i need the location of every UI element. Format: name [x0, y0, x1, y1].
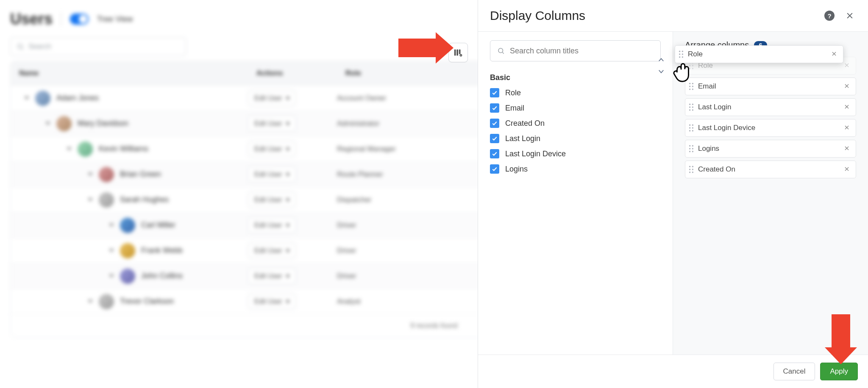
arrange-item-label: Created On [698, 165, 842, 174]
checkbox-label: Created On [505, 119, 545, 128]
checkbox-label: Logins [505, 165, 528, 174]
drag-handle-icon[interactable] [689, 145, 694, 152]
drag-handle-icon[interactable] [689, 166, 694, 173]
col-name: Name [11, 61, 248, 85]
user-role: Dispatcher [337, 196, 447, 204]
edit-user-button[interactable]: Edit User ▾ [248, 192, 296, 208]
column-checkbox-item[interactable]: Logins [490, 164, 661, 174]
svg-point-22 [692, 86, 693, 87]
edit-user-button[interactable]: Edit User ▾ [248, 141, 296, 157]
annotation-arrow-to-columns-button [398, 39, 437, 57]
svg-point-43 [689, 145, 690, 147]
user-name: Mary Davidson [78, 119, 128, 128]
expand-icon[interactable] [109, 274, 114, 277]
svg-point-39 [689, 130, 690, 131]
checkbox[interactable] [490, 119, 499, 128]
user-name: John Collins [141, 272, 183, 280]
drag-handle-icon[interactable] [679, 50, 684, 58]
edit-user-button[interactable]: Edit User ▾ [248, 166, 296, 182]
edit-user-button[interactable]: Edit User ▾ [248, 294, 296, 309]
remove-column-button[interactable] [842, 144, 851, 153]
expand-icon[interactable] [88, 300, 93, 303]
arrange-columns-pane: Arrange columns 6 Role Email Last Login … [673, 32, 868, 355]
svg-point-28 [692, 104, 693, 105]
remove-column-button[interactable] [842, 103, 851, 112]
checkbox[interactable] [490, 164, 499, 174]
expand-icon[interactable] [88, 173, 93, 176]
arrange-column-item[interactable]: Email [685, 78, 856, 95]
panel-title: Display Columns [490, 8, 585, 23]
arrange-column-item[interactable]: Last Login Device [685, 119, 856, 137]
arrange-column-item[interactable]: Created On [685, 161, 856, 178]
user-role: Route Planner [337, 170, 447, 179]
expand-icon[interactable] [67, 147, 72, 150]
arrow-down-icon [657, 67, 665, 75]
arrange-item-label: Logins [698, 144, 842, 153]
svg-point-35 [689, 125, 690, 126]
remove-column-button[interactable] [842, 82, 851, 91]
arrange-item-label: Email [698, 82, 842, 91]
arrange-column-item[interactable]: Last Login [685, 98, 856, 116]
user-role: Account Owner [337, 94, 447, 103]
column-checkbox-item[interactable]: Created On [490, 119, 661, 128]
column-search-input[interactable] [490, 40, 661, 61]
remove-column-button[interactable] [842, 165, 851, 174]
cancel-button[interactable]: Cancel [773, 363, 815, 380]
svg-point-47 [689, 151, 690, 152]
svg-rect-4 [459, 50, 461, 54]
checkbox[interactable] [490, 88, 499, 97]
apply-button[interactable]: Apply [820, 363, 858, 380]
arrow-up-icon [657, 56, 665, 64]
svg-point-27 [689, 104, 690, 105]
remove-column-button[interactable] [829, 50, 839, 59]
column-checkbox-item[interactable]: Last Login Device [490, 149, 661, 158]
user-role: Administrator [337, 119, 447, 128]
arrange-column-item[interactable]: Logins [685, 140, 856, 158]
svg-line-10 [502, 52, 504, 53]
avatar [99, 192, 114, 208]
column-checkbox-item[interactable]: Last Login [490, 134, 661, 143]
checkbox-label: Role [505, 89, 521, 97]
edit-user-button[interactable]: Edit User ▾ [248, 217, 296, 233]
grab-cursor-icon [669, 58, 695, 86]
help-button[interactable]: ? [823, 9, 836, 22]
available-columns-pane: Basic Role Email Created On Last Login L… [478, 32, 673, 355]
drag-handle-icon[interactable] [689, 124, 694, 132]
checkbox[interactable] [490, 134, 499, 143]
column-checkbox-item[interactable]: Role [490, 88, 661, 97]
edit-user-button[interactable]: Edit User ▾ [248, 243, 296, 258]
close-panel-button[interactable] [843, 9, 856, 22]
expand-icon[interactable] [109, 249, 114, 252]
checkbox-label: Last Login Device [505, 150, 566, 158]
remove-column-button[interactable] [842, 124, 851, 133]
edit-user-button[interactable]: Edit User ▾ [248, 90, 296, 106]
expand-icon[interactable] [45, 122, 50, 125]
remove-column-button[interactable] [842, 61, 851, 70]
svg-point-52 [692, 166, 693, 167]
checkbox[interactable] [490, 149, 499, 158]
svg-point-38 [692, 127, 693, 128]
avatar [120, 269, 135, 284]
edit-user-button[interactable]: Edit User ▾ [248, 268, 296, 284]
tree-view-toggle[interactable] [70, 14, 89, 25]
svg-point-9 [498, 48, 503, 53]
panel-header: Display Columns ? [478, 0, 868, 32]
avatar [99, 167, 114, 182]
svg-point-51 [689, 166, 690, 167]
users-search-input[interactable]: Search [10, 37, 186, 56]
svg-rect-3 [456, 50, 458, 56]
user-name: Carl Miller [141, 221, 175, 230]
divider [61, 12, 61, 26]
expand-icon[interactable] [109, 224, 114, 227]
edit-user-button[interactable]: Edit User ▾ [248, 116, 296, 131]
column-search-field[interactable] [510, 47, 654, 55]
checkbox[interactable] [490, 103, 499, 113]
user-name: Brian Green [120, 170, 161, 179]
drag-handle-icon[interactable] [689, 103, 694, 111]
column-checkbox-item[interactable]: Email [490, 103, 661, 113]
expand-icon[interactable] [24, 97, 29, 100]
columns-gear-icon [453, 48, 463, 57]
svg-point-46 [692, 148, 693, 149]
dragging-column-item[interactable]: Role [675, 45, 843, 63]
expand-icon[interactable] [88, 198, 93, 201]
